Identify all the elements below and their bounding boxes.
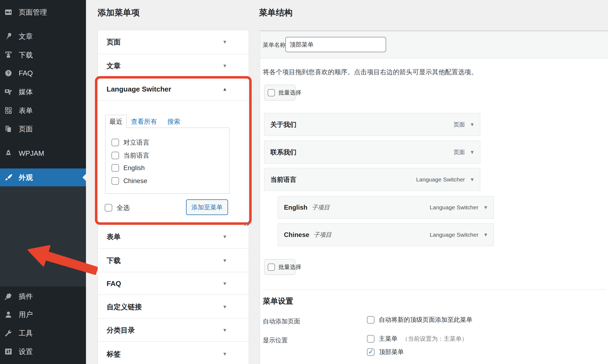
sidebar-item-plugins[interactable]: 插件 [0, 287, 86, 306]
accordion-section-downloads[interactable]: 下载 [98, 248, 249, 272]
tab-search[interactable]: 搜索 [167, 117, 180, 126]
sidebar-item-label: WPJAM [19, 149, 44, 158]
select-all-row: 全选 [105, 203, 130, 212]
sidebar-item-settings[interactable]: 设置 [0, 342, 86, 361]
wordpress-admin-menus-page: 页面管理 文章 下载 ? FAQ 媒体 表单 页面 WPJAM [0, 0, 608, 364]
chevron-down-icon [222, 258, 227, 263]
sidebar-item-label: 设置 [19, 347, 33, 356]
plugin-icon [4, 292, 12, 300]
chevron-down-icon[interactable] [470, 177, 475, 182]
auto-add-pages-label: 自动添加页面 [263, 317, 300, 326]
bulk-select-checkbox[interactable] [268, 89, 275, 96]
sidebar-item-faq[interactable]: ? FAQ [0, 64, 86, 82]
accordion-label: Language Switcher [107, 85, 171, 93]
menu-name-row: 菜单名称 [260, 31, 608, 58]
menu-item-label: 联系我们 [270, 148, 296, 157]
option-row: 当前语言 [111, 151, 149, 160]
menu-item-type: Language Switcher [430, 232, 478, 238]
accordion-section-pages[interactable]: 页面 [98, 30, 249, 54]
chevron-down-icon[interactable] [483, 205, 488, 210]
page-manager-icon [4, 8, 12, 16]
accordion-label: 下载 [107, 256, 121, 265]
sidebar-item-media[interactable]: 媒体 [0, 83, 86, 101]
drag-hint-text: 将各个项目拖到您喜欢的顺序。点击项目右边的箭头可显示其他配置选项。 [263, 68, 478, 76]
select-all-checkbox[interactable] [105, 204, 112, 212]
add-menu-items-accordion: 页面 文章 Language Switcher 最近 查看所有 搜索 对立语言 … [98, 30, 249, 364]
settings-divider [263, 290, 606, 290]
location-primary-checkbox[interactable] [367, 335, 375, 343]
menu-edit-card: 菜单名称 将各个项目拖到您喜欢的顺序。点击项目右边的箭头可显示其他配置选项。 批… [260, 31, 608, 364]
accordion-section-faq[interactable]: FAQ [98, 272, 249, 295]
sidebar-item-posts[interactable]: 文章 [0, 27, 86, 46]
checkbox-chinese[interactable] [111, 177, 119, 185]
checkbox-english[interactable] [111, 164, 119, 172]
chevron-down-icon [222, 63, 227, 68]
menu-item-current-language[interactable]: 当前语言 Language Switcher [264, 168, 480, 191]
chevron-down-icon [222, 234, 227, 239]
location-top-menu-checkbox-checked[interactable] [367, 348, 375, 356]
bulk-select-button-top[interactable]: 批量选择 [264, 85, 295, 100]
menu-item-contact-us[interactable]: 联系我们 页面 [264, 141, 480, 164]
add-to-menu-button[interactable]: 添加至菜单 [186, 199, 228, 215]
menu-name-label: 菜单名称 [263, 31, 286, 58]
sidebar-item-forms[interactable]: 表单 [0, 101, 86, 120]
sidebar-item-downloads[interactable]: 下载 [0, 46, 86, 64]
accordion-section-tags[interactable]: 标签 [98, 341, 249, 364]
sidebar-item-users[interactable]: 用户 [0, 305, 86, 324]
resize-grip-icon[interactable] [243, 221, 250, 226]
sidebar-item-appearance[interactable]: 外观 [0, 168, 86, 186]
auto-add-pages-option-label: 自动将新的顶级页面添加至此菜单 [379, 316, 472, 324]
display-location-label: 显示位置 [263, 336, 288, 344]
user-icon [4, 310, 12, 318]
chevron-down-icon[interactable] [470, 150, 475, 155]
chevron-down-icon[interactable] [483, 232, 488, 237]
sidebar-item-label: 下载 [19, 50, 33, 60]
accordion-section-posts[interactable]: 文章 [98, 54, 249, 77]
chevron-down-icon [222, 352, 227, 356]
pages-icon [4, 125, 12, 133]
sidebar-item-label: 工具 [19, 329, 33, 338]
menu-item-label: 当前语言 [270, 175, 296, 184]
sidebar-item-pages[interactable]: 页面 [0, 120, 86, 138]
admin-sidebar: 页面管理 文章 下载 ? FAQ 媒体 表单 页面 WPJAM [0, 0, 86, 364]
menu-item-english-child[interactable]: English 子项目 Language Switcher [278, 196, 494, 219]
sidebar-item-page-manager[interactable]: 页面管理 [0, 3, 86, 21]
chevron-down-icon [222, 40, 227, 44]
sidebar-item-wpjam[interactable]: WPJAM [0, 144, 86, 162]
menu-item-about-us[interactable]: 关于我们 页面 [264, 113, 480, 136]
add-to-menu-label: 添加至菜单 [191, 203, 223, 212]
menu-item-chinese-child[interactable]: Chinese 子项目 Language Switcher [278, 223, 494, 246]
location-top-menu-label: 顶部菜单 [379, 348, 404, 356]
chevron-down-icon[interactable] [470, 122, 475, 127]
paintbrush-icon [4, 173, 12, 181]
accordion-section-categories[interactable]: 分类目录 [98, 318, 249, 342]
bulk-select-button-bottom[interactable]: 批量选择 [264, 259, 295, 275]
accordion-label: 自定义链接 [107, 302, 142, 311]
option-row: 对立语言 [111, 138, 149, 147]
menu-name-input[interactable] [285, 37, 386, 52]
bulk-select-checkbox[interactable] [268, 264, 275, 271]
checkbox-dangqian-yuyan[interactable] [111, 152, 119, 159]
language-switcher-option-list: 对立语言 当前语言 English Chinese [105, 128, 229, 194]
auto-add-pages-checkbox[interactable] [367, 316, 375, 324]
tab-recent[interactable]: 最近 [105, 115, 127, 128]
accordion-label: 文章 [107, 61, 121, 70]
pushpin-icon [4, 32, 12, 40]
tab-view-all[interactable]: 查看所有 [131, 117, 157, 126]
option-row: Chinese [111, 177, 147, 185]
sidebar-item-label: FAQ [19, 69, 33, 77]
checkbox-duili-yuyan[interactable] [111, 139, 119, 146]
sidebar-item-label: 媒体 [19, 87, 33, 97]
chevron-up-icon [222, 87, 227, 92]
menu-item-label: Chinese [284, 231, 309, 239]
select-all-label: 全选 [117, 203, 130, 212]
sidebar-item-label: 文章 [19, 32, 33, 41]
menu-item-label: English [284, 204, 308, 211]
accordion-section-forms[interactable]: 表单 [98, 225, 249, 249]
sidebar-item-tools[interactable]: 工具 [0, 324, 86, 342]
question-circle-icon: ? [4, 69, 12, 77]
menu-item-type: 页面 [453, 121, 465, 128]
accordion-section-language-switcher[interactable]: Language Switcher [98, 77, 249, 101]
accordion-section-custom-links[interactable]: 自定义链接 [98, 295, 249, 318]
location-primary-label: 主菜单 [379, 334, 398, 343]
